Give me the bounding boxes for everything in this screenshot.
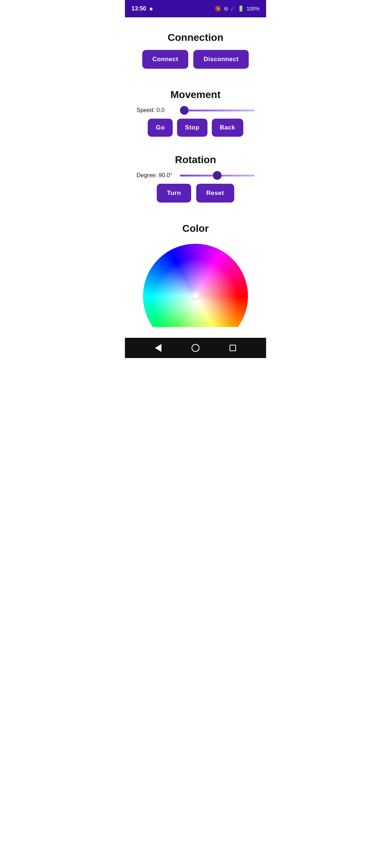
app-icon: ● [149,5,153,13]
status-left: 13:50 ● [131,5,153,13]
color-wheel-container [134,244,257,327]
battery-percent: 100% [247,6,260,12]
reset-button[interactable]: Reset [196,184,234,203]
dnd-icon: ⊖ [224,5,228,12]
degree-slider-row: Degree: 90.0° [134,172,257,179]
color-wheel[interactable] [143,244,248,327]
connect-button[interactable]: Connect [142,50,189,69]
speed-label: Speed: 0.0 [136,107,176,114]
nav-back-button[interactable] [151,341,165,355]
stop-button[interactable]: Stop [177,119,207,137]
rotation-title: Rotation [175,154,216,166]
speed-slider[interactable] [180,110,255,111]
nav-recent-button[interactable] [226,341,240,355]
nav-home-button[interactable] [188,341,203,355]
speed-slider-row: Speed: 0.0 [134,107,257,114]
main-content: Connection Connect Disconnect Movement S… [125,17,266,338]
back-arrow-icon [155,344,161,352]
go-button[interactable]: Go [148,119,173,137]
movement-title: Movement [171,89,220,101]
home-circle-icon [192,344,199,352]
color-selector-dot[interactable] [192,292,199,300]
time-display: 13:50 [131,5,146,12]
color-title: Color [182,223,209,234]
recent-square-icon [230,345,236,351]
navigation-bar [125,338,266,358]
color-wheel-half[interactable] [143,244,248,327]
battery-icon: 🔋 [237,5,244,12]
rotation-buttons: Turn Reset [157,184,234,203]
wifi-icon: ☄ [231,5,235,12]
degree-label: Degree: 90.0° [136,172,176,179]
status-bar: 13:50 ● 🔕 ⊖ ☄ 🔋 100% [125,0,266,17]
status-right: 🔕 ⊖ ☄ 🔋 100% [215,5,260,12]
movement-buttons: Go Stop Back [148,119,243,137]
back-button[interactable]: Back [212,119,243,137]
mute-icon: 🔕 [215,5,222,12]
disconnect-button[interactable]: Disconnect [193,50,249,69]
connection-buttons: Connect Disconnect [142,50,249,69]
connection-title: Connection [168,32,223,43]
degree-slider[interactable] [180,175,255,176]
turn-button[interactable]: Turn [157,184,191,203]
